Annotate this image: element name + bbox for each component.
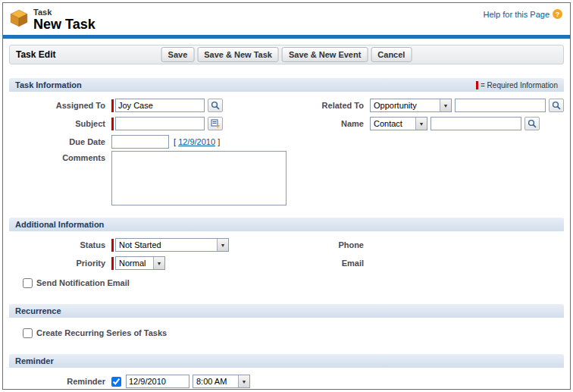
required-indicator-icon bbox=[111, 257, 114, 270]
help-link[interactable]: Help for this Page bbox=[484, 10, 550, 19]
task-edit-title: Task Edit bbox=[16, 49, 55, 60]
header-divider-bar bbox=[3, 35, 570, 39]
reminder-time-select[interactable]: 8:00 AM ▼ bbox=[193, 375, 250, 388]
chevron-down-icon: ▼ bbox=[217, 239, 228, 251]
section-reminder: Reminder Reminder 8:00 AM ▼ bbox=[9, 354, 564, 390]
due-date-input[interactable] bbox=[111, 135, 169, 149]
section-recurrence: Recurrence Create Recurring Series of Ta… bbox=[9, 304, 564, 343]
status-select[interactable]: Not Started ▼ bbox=[115, 238, 229, 252]
chevron-down-icon: ▼ bbox=[238, 375, 249, 387]
save-new-task-button[interactable]: Save & New Task bbox=[197, 47, 279, 62]
subject-input[interactable] bbox=[115, 117, 205, 130]
chevron-down-icon: ▼ bbox=[440, 99, 451, 111]
assigned-to-label: Assigned To bbox=[9, 101, 111, 110]
new-task-page: Task New Task Help for this Page ? Task … bbox=[2, 2, 571, 390]
save-button[interactable]: Save bbox=[161, 47, 195, 62]
cancel-button[interactable]: Cancel bbox=[371, 47, 412, 62]
reminder-label: Reminder bbox=[9, 377, 111, 386]
reminder-checkbox[interactable] bbox=[111, 377, 121, 387]
page-header: Task New Task Help for this Page ? bbox=[3, 3, 570, 35]
chevron-down-icon: ▼ bbox=[153, 257, 164, 269]
chevron-down-icon: ▼ bbox=[415, 118, 427, 130]
name-input[interactable] bbox=[431, 117, 521, 130]
send-notification-checkbox[interactable] bbox=[23, 278, 33, 288]
related-to-input[interactable] bbox=[455, 99, 546, 112]
create-recurring-checkbox[interactable] bbox=[23, 328, 33, 338]
task-icon bbox=[9, 8, 29, 31]
section-title-recurrence: Recurrence bbox=[15, 306, 61, 315]
section-additional-information: Additional Information Status Not Starte… bbox=[9, 218, 564, 293]
required-indicator-icon bbox=[111, 118, 114, 130]
related-to-type-select[interactable]: Opportunity ▼ bbox=[370, 99, 452, 112]
comments-textarea[interactable] bbox=[111, 151, 286, 205]
section-title-reminder: Reminder bbox=[15, 356, 54, 365]
reminder-date-input[interactable] bbox=[126, 375, 189, 388]
related-to-lookup-icon[interactable] bbox=[549, 99, 564, 112]
entity-label: Task bbox=[33, 8, 96, 17]
top-button-row: Save Save & New Task Save & New Event Ca… bbox=[161, 47, 412, 62]
page-title: New Task bbox=[33, 17, 96, 32]
required-indicator-icon bbox=[111, 99, 114, 112]
help-icon[interactable]: ? bbox=[553, 9, 562, 19]
name-type-select[interactable]: Contact ▼ bbox=[370, 117, 427, 130]
required-legend: = Required Information bbox=[476, 81, 558, 89]
related-to-label: Related To bbox=[286, 101, 370, 110]
name-lookup-icon[interactable] bbox=[524, 117, 540, 130]
due-date-label: Due Date bbox=[9, 137, 111, 146]
task-edit-bar: Task Edit Save Save & New Task Save & Ne… bbox=[9, 45, 564, 64]
send-notification-label: Send Notification Email bbox=[36, 278, 130, 287]
priority-label: Priority bbox=[9, 259, 111, 268]
section-title-task-information: Task Information bbox=[15, 80, 82, 89]
status-label: Status bbox=[9, 240, 111, 249]
required-indicator-icon bbox=[476, 81, 478, 89]
email-label: Email bbox=[286, 259, 370, 268]
comments-label: Comments bbox=[9, 151, 111, 162]
save-new-event-button[interactable]: Save & New Event bbox=[282, 47, 368, 62]
assigned-to-lookup-icon[interactable] bbox=[208, 99, 223, 112]
section-title-additional-information: Additional Information bbox=[15, 220, 104, 229]
phone-label: Phone bbox=[286, 240, 370, 249]
due-date-today-link[interactable]: 12/9/2010 bbox=[178, 137, 215, 146]
priority-select[interactable]: Normal ▼ bbox=[115, 256, 165, 270]
due-date-today-wrap: [ 12/9/2010 ] bbox=[174, 137, 220, 146]
required-indicator-icon bbox=[111, 239, 114, 252]
subject-label: Subject bbox=[9, 119, 111, 128]
section-task-information: Task Information = Required Information … bbox=[9, 78, 564, 207]
assigned-to-input[interactable] bbox=[115, 99, 205, 112]
create-recurring-label: Create Recurring Series of Tasks bbox=[36, 328, 167, 337]
subject-combobox-icon[interactable] bbox=[208, 117, 223, 130]
name-label: Name bbox=[286, 119, 370, 128]
